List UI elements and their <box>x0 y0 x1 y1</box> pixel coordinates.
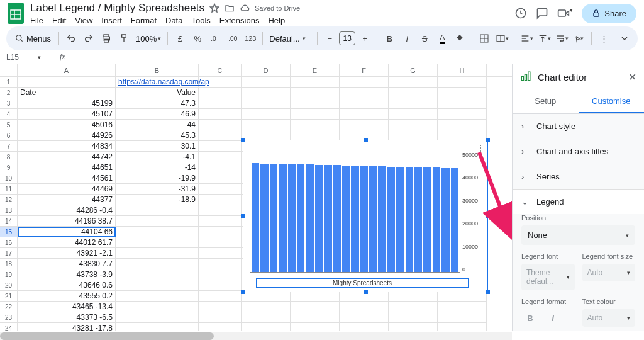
meet-icon[interactable]: ▾ <box>557 7 573 20</box>
menu-view[interactable]: View <box>75 16 92 25</box>
col-header[interactable]: C <box>199 64 242 76</box>
cell[interactable] <box>116 323 199 331</box>
cell[interactable] <box>199 237 242 248</box>
cell[interactable]: 44012 61.7 <box>18 237 116 248</box>
menu-insert[interactable]: Insert <box>101 16 122 25</box>
cell[interactable] <box>340 98 389 109</box>
cell[interactable]: https://data.nasdaq.com/ap <box>116 77 199 88</box>
cell[interactable] <box>242 77 291 88</box>
cell[interactable] <box>199 227 242 237</box>
cell[interactable] <box>116 302 199 312</box>
row-header[interactable]: 18 <box>0 259 18 269</box>
cell[interactable]: 45.3 <box>116 130 199 141</box>
cell[interactable]: 45016 <box>18 120 116 130</box>
cell[interactable] <box>438 323 487 331</box>
cell[interactable] <box>199 302 242 312</box>
cell[interactable]: 43830 7.7 <box>18 259 116 269</box>
cell[interactable] <box>199 312 242 323</box>
increase-decimal-button[interactable]: .00 <box>225 30 241 47</box>
row-header[interactable]: 1 <box>0 77 18 88</box>
cell[interactable] <box>291 291 340 302</box>
embedded-chart[interactable]: ⋮ 50000400003000020000100000 Mighty Spre… <box>243 140 488 292</box>
cell[interactable] <box>389 77 438 88</box>
cell[interactable] <box>389 291 438 302</box>
cell[interactable]: 44 <box>116 120 199 130</box>
cell[interactable] <box>438 120 487 130</box>
cell[interactable] <box>291 88 340 98</box>
undo-button[interactable] <box>63 30 79 47</box>
cell[interactable]: -14 <box>116 162 199 173</box>
cell[interactable]: 43555 0.2 <box>18 291 116 302</box>
chart-caption[interactable]: Mighty Spreadsheets <box>256 278 469 288</box>
move-to-folder-icon[interactable] <box>225 3 235 13</box>
more-formats-button[interactable]: 123 <box>242 30 258 47</box>
cell[interactable] <box>199 88 242 98</box>
cell[interactable]: -31.9 <box>116 184 199 195</box>
cell[interactable] <box>389 312 438 323</box>
menu-file[interactable]: File <box>30 16 43 25</box>
cell[interactable] <box>291 302 340 312</box>
cell[interactable] <box>291 98 340 109</box>
cell[interactable]: 44834 <box>18 141 116 152</box>
legend-italic-button[interactable]: I <box>544 309 562 327</box>
cell[interactable] <box>389 109 438 120</box>
italic-button[interactable]: I <box>399 30 415 47</box>
cell[interactable] <box>242 323 291 331</box>
menu-help[interactable]: Help <box>268 16 285 25</box>
section-chart-style[interactable]: ›Chart style <box>513 114 644 139</box>
cell[interactable] <box>116 312 199 323</box>
col-header[interactable]: G <box>389 64 438 76</box>
cell[interactable] <box>199 98 242 109</box>
fontsize-inc-button[interactable]: + <box>357 30 373 47</box>
cell[interactable] <box>242 120 291 130</box>
section-legend[interactable]: ⌄Legend <box>513 190 644 214</box>
cell[interactable]: 44469 <box>18 184 116 195</box>
cell[interactable] <box>340 88 389 98</box>
cell[interactable] <box>199 291 242 302</box>
cell[interactable] <box>438 312 487 323</box>
cell[interactable] <box>199 162 242 173</box>
cell[interactable] <box>291 323 340 331</box>
merge-button[interactable]: ▾ <box>494 30 510 47</box>
cell[interactable]: Value <box>116 88 199 98</box>
cell[interactable] <box>340 323 389 331</box>
row-header[interactable]: 7 <box>0 141 18 152</box>
cell[interactable]: -18.9 <box>116 195 199 205</box>
cell[interactable] <box>199 173 242 184</box>
cell[interactable]: 44926 <box>18 130 116 141</box>
cell[interactable] <box>199 205 242 216</box>
row-header[interactable]: 17 <box>0 248 18 259</box>
col-header[interactable]: D <box>242 64 291 76</box>
strikethrough-button[interactable]: S <box>416 30 433 47</box>
cell[interactable] <box>242 302 291 312</box>
cell[interactable]: 43465 -13.4 <box>18 302 116 312</box>
borders-button[interactable] <box>476 30 492 47</box>
cell[interactable]: 46.9 <box>116 109 199 120</box>
cell[interactable] <box>291 120 340 130</box>
cell[interactable] <box>116 248 199 259</box>
cell[interactable] <box>199 269 242 280</box>
comment-icon[interactable] <box>536 7 548 20</box>
share-button[interactable]: Share <box>582 4 636 23</box>
row-header[interactable]: 3 <box>0 98 18 109</box>
cell[interactable] <box>116 269 199 280</box>
row-header[interactable]: 16 <box>0 237 18 248</box>
cell[interactable] <box>438 88 487 98</box>
cell[interactable]: 43373 -6.5 <box>18 312 116 323</box>
cell[interactable] <box>199 77 242 88</box>
cell[interactable] <box>340 302 389 312</box>
resize-handle[interactable] <box>241 214 245 218</box>
row-header[interactable]: 14 <box>0 216 18 227</box>
cell[interactable]: 44561 <box>18 173 116 184</box>
legend-fontsize-select[interactable]: Auto▾ <box>582 264 636 281</box>
row-header[interactable]: 22 <box>0 302 18 312</box>
cell[interactable]: 45107 <box>18 109 116 120</box>
toolbar-more-button[interactable]: ⋮ <box>596 30 612 47</box>
cell[interactable] <box>291 312 340 323</box>
cell[interactable]: 43738 -3.9 <box>18 269 116 280</box>
cell[interactable]: 43921 -2.1 <box>18 248 116 259</box>
cell[interactable]: 43646 0.6 <box>18 280 116 291</box>
row-header[interactable]: 23 <box>0 312 18 323</box>
row-header[interactable]: 15 <box>0 227 18 237</box>
row-header[interactable]: 13 <box>0 205 18 216</box>
